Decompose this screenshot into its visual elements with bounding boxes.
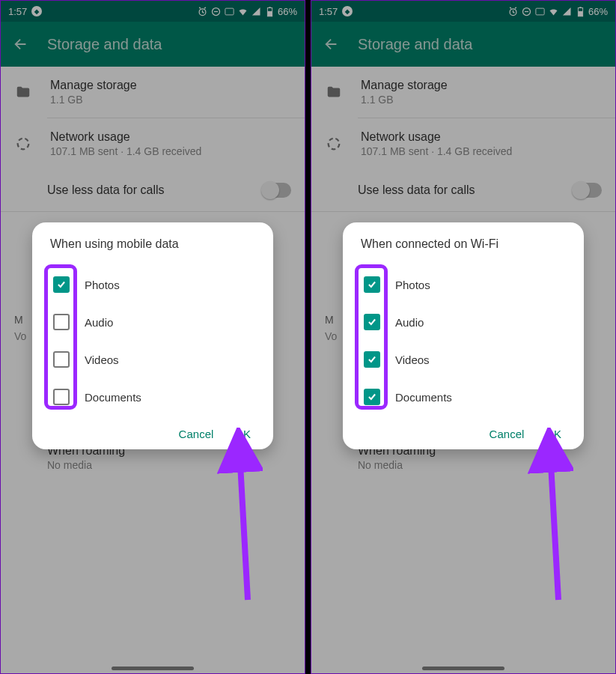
nav-handle[interactable]	[422, 667, 504, 670]
dialog-title: When using mobile data	[50, 237, 257, 251]
label-photos: Photos	[85, 279, 120, 291]
dialog-options: Photos Audio Videos Documents	[49, 266, 257, 416]
option-documents[interactable]: Documents	[359, 378, 567, 416]
label-documents: Documents	[85, 391, 141, 404]
option-videos[interactable]: Videos	[359, 341, 567, 378]
ok-button[interactable]: OK	[545, 428, 561, 440]
ok-button[interactable]: OK	[234, 428, 251, 440]
label-documents: Documents	[395, 391, 452, 404]
option-photos[interactable]: Photos	[49, 266, 257, 303]
label-audio: Audio	[395, 316, 424, 329]
option-audio[interactable]: Audio	[359, 303, 567, 341]
highlight-box	[355, 264, 388, 410]
cancel-button[interactable]: Cancel	[490, 428, 525, 440]
option-audio[interactable]: Audio	[49, 303, 257, 341]
option-photos[interactable]: Photos	[359, 266, 567, 303]
dialog-options: Photos Audio Videos Documents	[359, 266, 567, 416]
label-photos: Photos	[395, 279, 430, 291]
dialog-title: When connected on Wi-Fi	[361, 237, 567, 251]
nav-handle[interactable]	[112, 667, 194, 670]
label-videos: Videos	[395, 353, 430, 366]
highlight-box	[44, 264, 77, 410]
option-videos[interactable]: Videos	[49, 341, 257, 378]
phone-left: 1:57 ◆ 66% Storage and data Manage stora…	[0, 0, 305, 674]
cancel-button[interactable]: Cancel	[179, 428, 214, 440]
label-videos: Videos	[85, 353, 119, 366]
label-audio: Audio	[85, 316, 113, 329]
option-documents[interactable]: Documents	[49, 378, 257, 416]
phone-right: 1:57 ◆ 66% Storage and data Manage stora…	[311, 0, 616, 674]
